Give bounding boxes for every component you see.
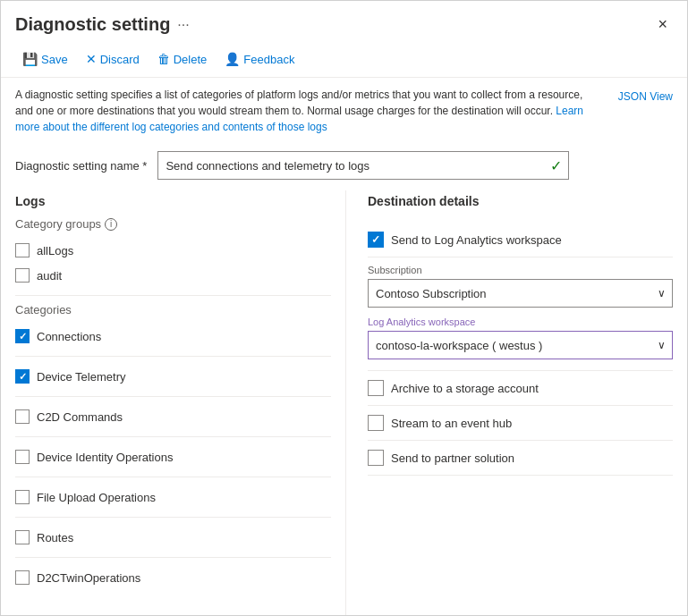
delete-label: Delete [174,53,208,66]
title-left: Diagnostic setting ··· [15,14,190,35]
close-button[interactable]: × [652,12,673,38]
audit-checkbox[interactable] [15,268,30,283]
subscription-dropdown-wrapper: Contoso Subscription ∨ [368,279,673,308]
save-label: Save [41,53,68,66]
destination-partner: Send to partner solution [368,441,673,476]
subscription-dropdown[interactable]: Contoso Subscription [368,279,673,308]
event-hub-checkbox[interactable] [368,415,384,431]
divider-di [15,477,331,477]
destination-title: Destination details [368,194,673,208]
event-hub-label: Stream to an event hub [391,417,512,430]
category-groups-label: Category groups i [15,217,331,231]
content-area: Logs Category groups i allLogs audit Cat… [1,190,687,615]
setting-name-row: Diagnostic setting name * ✓ [1,144,687,190]
checkbox-routes: Routes [15,525,331,550]
feedback-label: Feedback [243,53,294,66]
c2d-checkbox[interactable] [15,409,30,424]
setting-name-label: Diagnostic setting name * [15,159,147,173]
allLogs-label: allLogs [37,244,73,257]
routes-checkbox[interactable] [15,530,30,544]
dialog-title: Diagnostic setting [15,14,170,35]
save-button[interactable]: 💾 Save [15,48,75,70]
file-upload-checkbox[interactable] [15,490,30,504]
input-check-icon: ✓ [550,157,562,174]
file-upload-label: File Upload Operations [37,491,156,504]
device-telemetry-checkbox[interactable] [15,369,30,384]
workspace-label: Log Analytics workspace [368,316,673,327]
device-identity-label: Device Identity Operations [37,451,173,464]
checkbox-allLogs: allLogs [15,238,331,263]
partner-label: Send to partner solution [391,451,514,465]
left-panel: Logs Category groups i allLogs audit Cat… [15,190,346,615]
subscription-label: Subscription [368,265,673,275]
divider-conn [15,356,331,357]
divider-c2d [15,436,331,437]
storage-checkbox[interactable] [368,380,384,396]
title-bar: Diagnostic setting ··· × [1,1,687,45]
device-identity-checkbox[interactable] [15,450,30,464]
info-text: A diagnostic setting specifies a list of… [15,87,618,135]
c2d-label: C2D Commands [37,410,123,424]
destination-log-analytics: Send to Log Analytics workspace [368,223,673,257]
checkbox-device-identity: Device Identity Operations [15,444,331,469]
feedback-button[interactable]: 👤 Feedback [217,48,302,70]
divider-fu [15,517,331,518]
discard-icon: ✕ [86,52,97,66]
right-panel: Destination details Send to Log Analytic… [346,190,673,615]
allLogs-checkbox[interactable] [15,243,30,257]
delete-icon: 🗑 [157,52,170,66]
workspace-section: Log Analytics workspace contoso-la-works… [368,316,673,359]
destination-event-hub: Stream to an event hub [368,406,673,441]
setting-name-wrapper: ✓ [157,151,569,180]
routes-label: Routes [37,531,73,544]
d2ctwin-label: D2CTwinOperations [37,571,140,585]
d2ctwin-checkbox[interactable] [15,570,30,585]
categories-section: Categories Connections Device Telemetry … [15,303,331,590]
checkbox-c2d: C2D Commands [15,404,331,429]
info-bar: A diagnostic setting specifies a list of… [1,78,687,144]
checkbox-d2ctwin: D2CTwinOperations [15,565,331,590]
dialog-container: Diagnostic setting ··· × 💾 Save ✕ Discar… [0,0,688,616]
discard-button[interactable]: ✕ Discard [79,48,147,70]
save-icon: 💾 [22,52,38,66]
audit-label: audit [37,269,62,283]
device-telemetry-label: Device Telemetry [37,370,125,384]
delete-button[interactable]: 🗑 Delete [150,48,215,70]
log-analytics-label: Send to Log Analytics workspace [391,233,562,247]
divider-1 [15,295,331,296]
ellipsis-menu[interactable]: ··· [177,17,189,33]
subscription-section: Subscription Contoso Subscription ∨ Log … [368,257,673,371]
workspace-dropdown-wrapper: contoso-la-workspace ( westus ) ∨ [368,331,673,359]
divider-dt [15,396,331,397]
divider-routes [15,557,331,558]
setting-name-input[interactable] [157,151,569,180]
category-groups-info-icon[interactable]: i [105,218,117,231]
connections-checkbox[interactable] [15,329,30,343]
connections-label: Connections [37,330,101,343]
checkbox-device-telemetry: Device Telemetry [15,364,331,389]
checkbox-file-upload: File Upload Operations [15,485,331,510]
checkbox-audit: audit [15,263,331,288]
partner-checkbox[interactable] [368,450,384,466]
destination-storage: Archive to a storage account [368,371,673,406]
toolbar: 💾 Save ✕ Discard 🗑 Delete 👤 Feedback [1,45,687,78]
json-view-link[interactable]: JSON View [618,87,673,105]
info-description: A diagnostic setting specifies a list of… [15,89,582,117]
discard-label: Discard [100,53,140,66]
checkbox-connections: Connections [15,324,331,349]
workspace-dropdown[interactable]: contoso-la-workspace ( westus ) [368,331,673,359]
feedback-icon: 👤 [225,52,240,66]
storage-label: Archive to a storage account [391,382,539,395]
categories-label: Categories [15,303,331,316]
logs-title: Logs [15,194,331,208]
log-analytics-checkbox[interactable] [368,232,384,248]
